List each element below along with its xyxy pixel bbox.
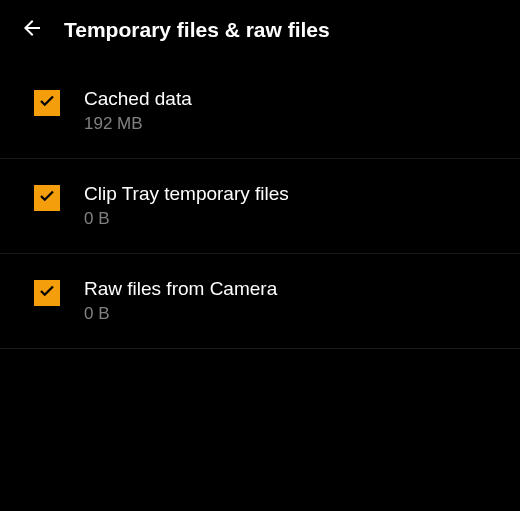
list-item-raw-files[interactable]: Raw files from Camera 0 B	[0, 254, 520, 349]
checkbox-cached-data[interactable]	[34, 90, 60, 116]
file-list: Cached data 192 MB Clip Tray temporary f…	[0, 58, 520, 349]
check-icon	[38, 282, 56, 304]
list-item-cached-data[interactable]: Cached data 192 MB	[0, 58, 520, 159]
check-icon	[38, 92, 56, 114]
item-label: Clip Tray temporary files	[84, 183, 289, 205]
item-label: Cached data	[84, 88, 192, 110]
checkbox-cliptray[interactable]	[34, 185, 60, 211]
item-size: 192 MB	[84, 114, 192, 134]
arrow-left-icon	[20, 16, 44, 44]
item-size: 0 B	[84, 209, 289, 229]
header: Temporary files & raw files	[0, 0, 520, 58]
page-title: Temporary files & raw files	[64, 18, 330, 42]
item-content: Raw files from Camera 0 B	[84, 278, 277, 324]
list-item-cliptray[interactable]: Clip Tray temporary files 0 B	[0, 159, 520, 254]
item-size: 0 B	[84, 304, 277, 324]
item-label: Raw files from Camera	[84, 278, 277, 300]
check-icon	[38, 187, 56, 209]
back-button[interactable]	[20, 18, 44, 42]
item-content: Clip Tray temporary files 0 B	[84, 183, 289, 229]
item-content: Cached data 192 MB	[84, 88, 192, 134]
checkbox-raw-files[interactable]	[34, 280, 60, 306]
